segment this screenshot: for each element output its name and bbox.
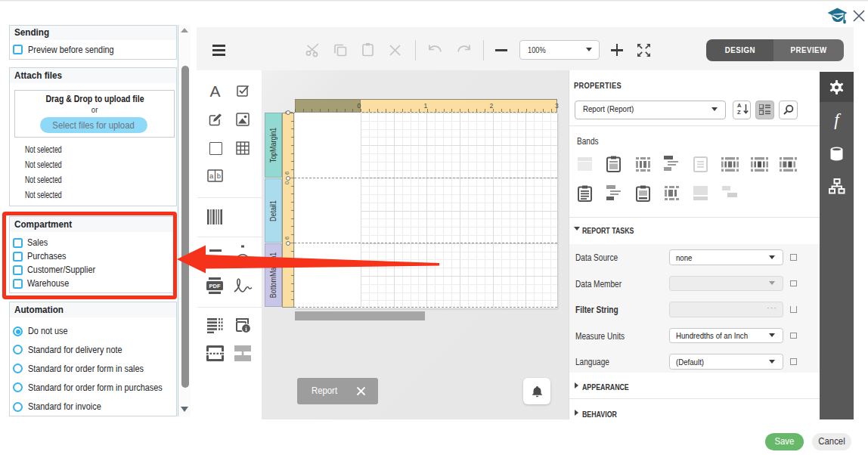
svg-text:a: a [209, 172, 214, 180]
svg-text:PDF: PDF [209, 283, 221, 289]
svg-text:b: b [217, 172, 221, 180]
